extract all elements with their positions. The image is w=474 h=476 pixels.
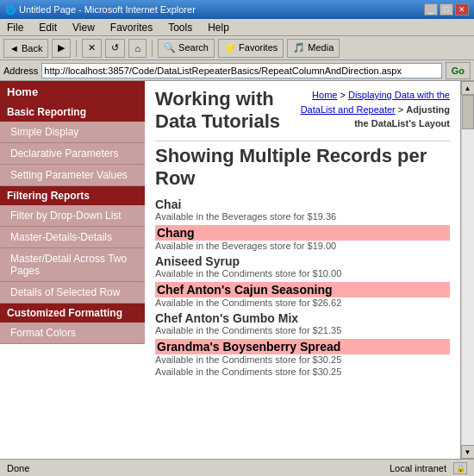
product-name-5: Grandma's Boysenberry Spread [155,339,450,354]
product-desc-6: Available in the Condiments store for $3… [155,366,450,377]
toolbar: ◄ Back ▶ ✕ ↺ ⌂ 🔍 Search ⭐ Favorites 🎵 Me… [0,36,474,60]
product-item-3: Chef Anton's Cajun Seasoning Available i… [155,282,450,308]
home-button[interactable]: ⌂ [128,39,147,58]
product-desc-2: Available in the Condiments store for $1… [155,268,450,279]
menu-tools[interactable]: Tools [165,22,196,34]
menu-bar: File Edit View Favorites Tools Help [0,19,474,36]
product-desc-3: Available in the Condiments store for $2… [155,298,450,308]
breadcrumb-sep1: > [340,90,348,100]
nav-item-details-selected[interactable]: Details of Selected Row [0,282,145,304]
scroll-up-arrow[interactable]: ▲ [461,81,475,95]
product-item-0: Chai Available in the Beverages store fo… [155,197,450,222]
nav-section-customized-formatting: Customized Formatting [0,304,145,323]
scrollbar: ▲ ▼ [460,81,474,459]
address-bar: Address Go [0,60,474,81]
product-desc-1: Available in the Beverages store for $19… [155,241,450,251]
nav-item-setting-parameter-values[interactable]: Setting Parameter Values [0,165,145,186]
favorites-button[interactable]: ⭐ Favorites [218,39,284,58]
nav-item-master-detail-pages[interactable]: Master/Detail Across Two Pages [0,248,145,282]
status-text: Done [7,463,29,473]
page-area: Home Basic Reporting Simple Display Decl… [0,81,460,459]
content-title: Showing Multiple Records per Row [155,145,450,191]
window-controls: _ □ ✕ [424,3,469,16]
main-content: Working with Data Tutorials Home > Displ… [145,81,460,459]
title-bar-left: 🌐 Untitled Page - Microsoft Internet Exp… [5,4,196,15]
product-name-3: Chef Anton's Cajun Seasoning [155,282,450,298]
menu-edit[interactable]: Edit [35,22,60,34]
breadcrumb: Home > Displaying Data with the DataList… [290,88,450,131]
product-name-2: Aniseed Syrup [155,254,450,268]
zone-text: Local intranet [390,463,446,473]
minimize-button[interactable]: _ [424,3,438,16]
product-name-1: Chang [155,225,450,241]
ie-icon: 🌐 [5,5,16,15]
menu-view[interactable]: View [69,22,98,34]
scroll-thumb[interactable] [462,95,474,129]
nav-section-filtering-reports: Filtering Reports [0,186,145,205]
title-bar: 🌐 Untitled Page - Microsoft Internet Exp… [0,0,474,19]
product-desc-4: Available in the Condiments store for $2… [155,325,450,335]
product-item-4: Chef Anton's Gumbo Mix Available in the … [155,311,450,335]
nav-home[interactable]: Home [0,81,145,103]
nav-section-basic-reporting: Basic Reporting [0,103,145,122]
product-name-4: Chef Anton's Gumbo Mix [155,311,450,325]
address-label: Address [3,66,38,76]
menu-help[interactable]: Help [204,22,233,34]
address-input[interactable] [41,63,441,78]
nav-item-declarative-parameters[interactable]: Declarative Parameters [0,143,145,165]
window-title: Untitled Page - Microsoft Internet Explo… [19,4,196,15]
status-right: Local intranet 🔒 [390,462,467,474]
nav-item-filter-dropdown[interactable]: Filter by Drop-Down List [0,205,145,227]
back-button[interactable]: ◄ Back [3,39,48,58]
toolbar-separator-2 [152,40,153,57]
header-divider [155,141,450,141]
page-inner: Home Basic Reporting Simple Display Decl… [0,81,460,459]
maximize-button[interactable]: □ [440,3,453,16]
scroll-track[interactable] [462,95,474,445]
product-desc-5: Available in the Condiments store for $3… [155,354,450,365]
product-desc-0: Available in the Beverages store for $19… [155,211,450,222]
nav-sidebar: Home Basic Reporting Simple Display Decl… [0,81,145,459]
product-item-6: Available in the Condiments store for $3… [155,366,450,377]
product-item-1: Chang Available in the Beverages store f… [155,225,450,251]
page-header: Working with Data Tutorials Home > Displ… [155,88,450,134]
site-title: Working with Data Tutorials [155,88,290,134]
breadcrumb-home[interactable]: Home [312,90,337,100]
go-button[interactable]: Go [446,62,471,79]
scroll-down-arrow[interactable]: ▼ [461,445,475,459]
security-icon: 🔒 [453,462,467,474]
nav-item-master-details[interactable]: Master-Details-Details [0,227,145,248]
nav-item-simple-display[interactable]: Simple Display [0,122,145,143]
product-item-2: Aniseed Syrup Available in the Condiment… [155,254,450,279]
menu-favorites[interactable]: Favorites [107,22,156,34]
product-item-5: Grandma's Boysenberry Spread Available i… [155,339,450,365]
refresh-button[interactable]: ↺ [105,39,125,58]
toolbar-separator [76,40,77,57]
forward-button[interactable]: ▶ [52,39,71,58]
close-button[interactable]: ✕ [455,3,469,16]
browser-content: Home Basic Reporting Simple Display Decl… [0,81,474,459]
media-button[interactable]: 🎵 Media [287,39,340,58]
stop-button[interactable]: ✕ [82,39,102,58]
search-button[interactable]: 🔍 Search [158,39,215,58]
status-bar: Done Local intranet 🔒 [0,459,474,476]
breadcrumb-sep2: > [398,104,406,115]
nav-item-format-colors[interactable]: Format Colors [0,323,145,344]
product-name-0: Chai [155,197,450,211]
menu-file[interactable]: File [3,22,27,34]
